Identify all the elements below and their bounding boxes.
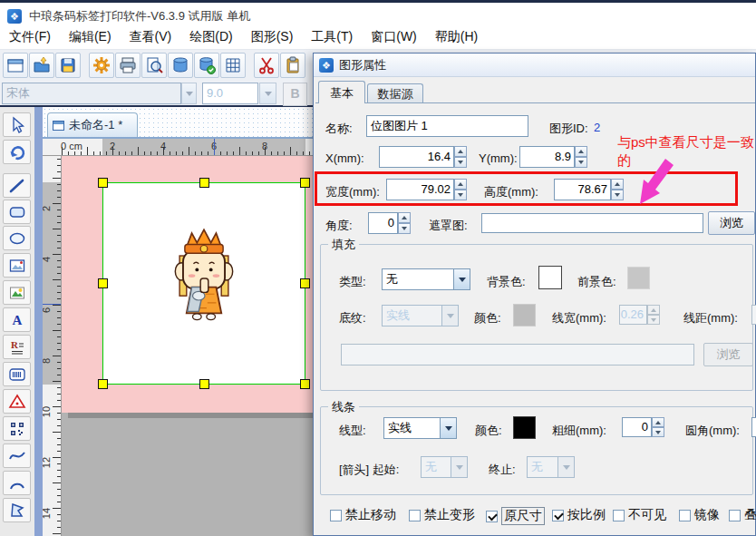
print-button[interactable] [115,53,141,78]
menu-file[interactable]: 文件(F) [0,24,60,49]
tab-datasource[interactable]: 数据源 [367,83,423,103]
dropdown-arrow-icon[interactable] [440,418,456,438]
y-spinner[interactable] [575,146,587,168]
tool-select-pointer[interactable] [3,112,31,137]
y-input[interactable]: 8.9 [519,146,575,168]
paste-icon [283,55,303,75]
line-weight-input[interactable]: 0 [622,417,652,437]
app-logo-icon: ❖ [7,9,22,24]
settings-button[interactable] [89,53,114,78]
tool-color-image[interactable] [3,280,31,305]
save-button[interactable] [55,53,81,78]
tool-rounded-rectangle[interactable] [3,200,31,224]
fill-type-label: 类型: [339,274,366,290]
tab-basic[interactable]: 基本 [318,81,365,103]
resize-handle-top-center[interactable] [199,178,209,188]
tool-ellipse[interactable] [3,226,31,250]
mask-input[interactable] [481,213,703,233]
angle-input[interactable]: 0 [368,212,398,234]
menu-window[interactable]: 窗口(W) [362,24,426,49]
dialog-title-bar[interactable]: ❖ 图形属性 [314,54,755,77]
checkbox-lock-resize[interactable]: 禁止变形 [409,507,475,523]
x-input[interactable]: 16.4 [379,146,454,168]
menu-tools[interactable]: 工具(T) [302,24,362,49]
tool-polygon[interactable] [3,498,31,522]
checkbox-overlay[interactable]: 叠 [729,507,756,523]
arrow-start-select: 无 [421,456,468,478]
cut-button[interactable] [254,53,279,78]
checkbox-icon[interactable] [552,510,564,521]
resize-handle-top-left[interactable] [98,178,108,188]
triangle-shape-icon [8,393,26,411]
new-document-button[interactable] [3,53,28,78]
fill-linewidth-input: 0.26 [619,305,647,325]
name-input[interactable]: 位图图片 1 [366,115,528,137]
selected-image-object[interactable] [102,182,305,385]
tool-arc[interactable] [3,471,31,495]
menu-help[interactable]: 帮助(H) [426,24,487,49]
line-color-swatch[interactable] [513,416,536,439]
checkbox-icon[interactable] [729,510,741,521]
checkbox-icon[interactable] [613,510,625,521]
tool-line[interactable] [3,173,31,198]
ruler-origin-label: 0 cm [61,141,82,151]
checkbox-icon[interactable] [409,510,421,521]
line-color-label: 颜色: [475,423,502,439]
tool-text[interactable]: A [3,307,31,332]
cursor-position-marker-h [214,139,215,156]
font-family-select: 宋体 [2,83,181,104]
tool-rich-text[interactable]: R [3,335,31,359]
arrow-end-label: 终止: [489,462,516,478]
resize-handle-bottom-center[interactable] [199,379,209,389]
checkbox-original-size[interactable]: 原尺寸 [486,507,545,525]
line-type-select[interactable]: 实线 [383,417,457,439]
tool-qr-code[interactable] [3,416,31,441]
fill-color-label: 颜色: [474,310,501,326]
menu-shape[interactable]: 图形(S) [242,24,303,49]
print-preview-button[interactable] [141,53,167,78]
dropdown-arrow-icon [451,457,467,477]
database-button[interactable] [168,53,193,78]
checkbox-mirror[interactable]: 镜像 [679,507,720,523]
checkbox-keep-ratio[interactable]: 按比例 [552,507,606,523]
menu-edit[interactable]: 编辑(E) [60,24,121,49]
fill-type-select[interactable]: 无 [382,268,470,290]
bitmap-image-icon [8,257,26,275]
line-type-label: 线型: [339,423,366,439]
checkbox-icon[interactable] [486,511,498,522]
line-corner-label: 圆角(mm): [685,423,740,439]
tool-curve[interactable] [3,443,31,468]
grid-button[interactable] [220,53,246,78]
resize-handle-top-right[interactable] [300,178,310,188]
background-color-swatch[interactable] [538,266,562,289]
checkbox-icon[interactable] [330,510,342,521]
resize-handle-mid-left[interactable] [98,278,108,288]
resize-handle-bottom-left[interactable] [98,379,108,389]
resize-handle-bottom-right[interactable] [300,379,310,389]
line-weight-spinner[interactable] [652,417,664,437]
open-file-button[interactable] [29,53,54,78]
resize-handle-mid-right[interactable] [300,278,310,288]
menu-draw[interactable]: 绘图(D) [180,24,241,49]
angle-spinner[interactable] [398,212,411,234]
foreground-color-label: 前景色: [577,274,616,290]
dropdown-arrow-icon[interactable] [453,269,470,289]
tool-bitmap-image[interactable] [3,253,31,278]
menu-view[interactable]: 查看(V) [121,24,181,49]
database-icon [170,55,190,75]
document-tab[interactable]: 未命名-1 * [47,112,138,137]
database-connect-button[interactable] [194,53,219,78]
checkbox-lock-move[interactable]: 禁止移动 [330,507,396,523]
print-preview-icon [144,55,164,75]
monk-cartoon-image [160,223,247,334]
paste-button[interactable] [280,53,305,78]
tool-barcode[interactable] [3,362,31,386]
checkbox-icon[interactable] [679,510,691,521]
background-color-label: 背景色: [487,274,526,290]
checkbox-invisible[interactable]: 不可见 [613,507,666,523]
x-spinner[interactable] [454,146,467,168]
tool-triangle-shape[interactable] [3,389,31,414]
save-icon [58,55,78,75]
tool-rotate[interactable] [3,140,31,164]
mask-browse-button[interactable]: 浏览 [708,211,755,235]
